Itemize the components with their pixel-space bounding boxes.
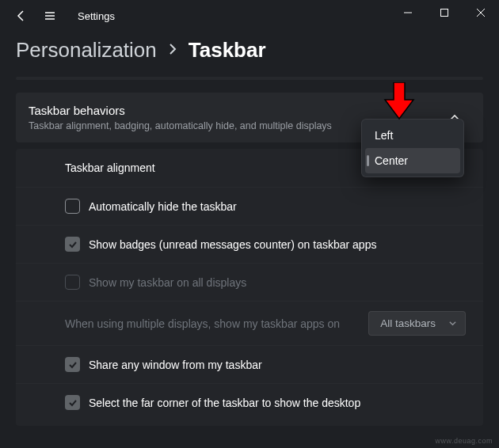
row-badges[interactable]: Show badges (unread messages counter) on… <box>16 225 483 263</box>
watermark: www.deuag.com <box>435 437 493 445</box>
chevron-down-icon <box>448 319 457 328</box>
row-share-window[interactable]: Share any window from my taskbar <box>16 345 483 383</box>
checkbox-badges[interactable] <box>65 237 80 252</box>
section-header-text: Taskbar behaviors Taskbar alignment, bad… <box>29 104 332 131</box>
title-bar: Settings <box>0 0 499 32</box>
options-panel: Taskbar alignment Automatically hide the… <box>16 142 483 429</box>
checkbox-far-corner[interactable] <box>65 395 80 410</box>
multi-display-value: All taskbars <box>380 317 436 329</box>
alignment-dropdown-menu: Left Center <box>361 119 464 177</box>
taskbar-alignment-label: Taskbar alignment <box>65 161 155 174</box>
back-button[interactable] <box>14 9 29 23</box>
chevron-right-icon <box>168 43 177 58</box>
minimize-button[interactable] <box>390 0 426 25</box>
multi-display-label: When using multiple displays, show my ta… <box>65 317 340 330</box>
all-displays-label: Show my taskbar on all displays <box>89 276 246 289</box>
row-all-displays: Show my taskbar on all displays <box>16 263 483 301</box>
window-controls <box>390 0 499 25</box>
divider <box>16 77 483 80</box>
badges-label: Show badges (unread messages counter) on… <box>89 238 376 251</box>
breadcrumb: Personalization Taskbar <box>0 32 499 77</box>
share-window-label: Share any window from my taskbar <box>89 359 262 371</box>
close-button[interactable] <box>463 0 499 25</box>
section-description: Taskbar alignment, badging, automaticall… <box>29 120 332 131</box>
far-corner-label: Select the far corner of the taskbar to … <box>89 397 360 409</box>
svg-rect-0 <box>441 9 448 17</box>
arrow-callout-icon <box>383 82 415 123</box>
row-auto-hide[interactable]: Automatically hide the taskbar <box>16 187 483 225</box>
checkbox-all-displays <box>65 275 80 290</box>
auto-hide-label: Automatically hide the taskbar <box>89 200 237 213</box>
menu-icon[interactable] <box>43 9 57 23</box>
title-bar-left: Settings <box>0 9 115 23</box>
breadcrumb-parent[interactable]: Personalization <box>16 38 157 63</box>
multi-display-dropdown: All taskbars <box>368 311 466 336</box>
checkbox-auto-hide[interactable] <box>65 199 80 214</box>
checkbox-share-window[interactable] <box>65 357 80 372</box>
dropdown-option-left[interactable]: Left <box>365 123 460 148</box>
row-multi-display: When using multiple displays, show my ta… <box>16 301 483 345</box>
options-inner: Taskbar alignment Automatically hide the… <box>16 149 483 426</box>
breadcrumb-current: Taskbar <box>189 38 266 63</box>
dropdown-option-center[interactable]: Center <box>365 148 460 173</box>
row-far-corner[interactable]: Select the far corner of the taskbar to … <box>16 383 483 421</box>
maximize-button[interactable] <box>426 0 463 25</box>
section-title: Taskbar behaviors <box>29 104 332 117</box>
window-title: Settings <box>78 10 115 22</box>
